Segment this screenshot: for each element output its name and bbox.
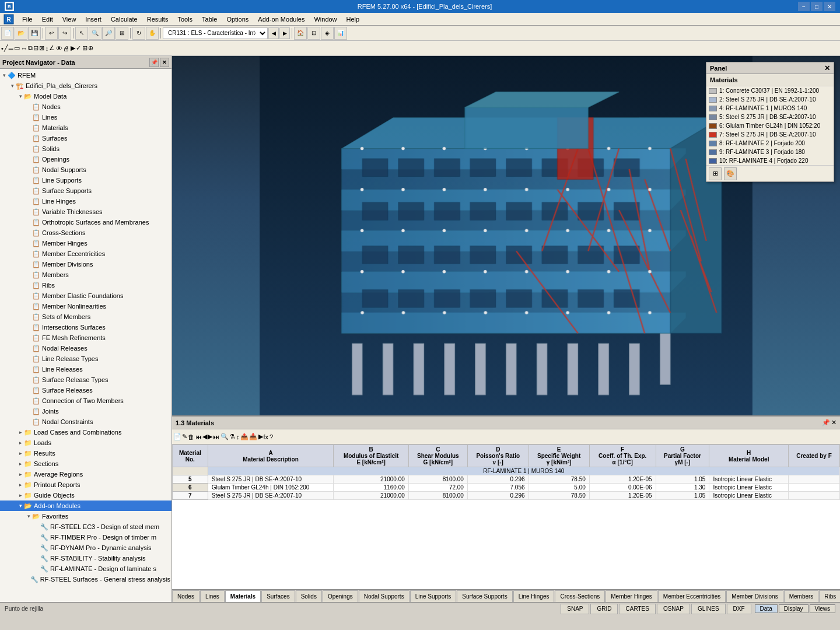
tree-expand-printout-reports[interactable]: ▸ <box>18 482 23 488</box>
tree-item-member-nonlinear[interactable]: 📋 Member Nonlinearities <box>0 301 172 312</box>
print-btn[interactable]: 🖨 <box>63 45 69 52</box>
material-row-5[interactable]: 5: Steel S 275 JR | DB SE-A:2007-10 <box>706 113 834 121</box>
tree-item-nodal-releases[interactable]: 📋 Nodal Releases <box>0 343 172 354</box>
tree-expand-favorites[interactable]: ▾ <box>26 513 32 519</box>
dxf-btn[interactable]: DXF <box>727 604 751 614</box>
view-wrapper[interactable]: Panel ✕ Materials 1: Concrete C30/37 | E… <box>172 56 840 415</box>
panel-close-btn[interactable]: ✕ <box>824 64 830 72</box>
snap-btn[interactable]: ⊕ <box>88 44 93 52</box>
menu-item-window[interactable]: Window <box>309 13 341 25</box>
tree-item-edifici[interactable]: ▾ 🏗️ Edifici_Pla_dels_Cirerers <box>0 80 172 91</box>
check-btn[interactable]: ✓ <box>76 44 81 52</box>
material-row-10[interactable]: 10: RF-LAMINATE 4 | Forjado 220 <box>706 156 834 165</box>
tree-item-load-cases[interactable]: ▸ 📁 Load Cases and Combinations <box>0 427 172 438</box>
tree-item-results[interactable]: ▸ 📁 Results <box>0 448 172 459</box>
tree-item-intersections[interactable]: 📋 Intersections Surfaces <box>0 322 172 332</box>
tree-item-rf-steel[interactable]: 🔧 RF-STEEL EC3 - Design of steel mem <box>0 522 172 532</box>
undo-btn[interactable]: ↩ <box>45 27 58 40</box>
tbl-help-btn[interactable]: ? <box>270 433 273 440</box>
tbl-filter-btn[interactable]: ⚗ <box>229 433 235 440</box>
tree-item-line-release-types[interactable]: 📋 Line Release Types <box>0 354 172 364</box>
wire-btn[interactable]: ⊡ <box>307 27 320 40</box>
material-row-7[interactable]: 7: Steel S 275 JR | DB SE-A:2007-10 <box>706 130 834 139</box>
tree-expand-results[interactable]: ▸ <box>18 450 23 456</box>
tree-item-cross-sections[interactable]: 📋 Cross-Sections <box>0 228 172 238</box>
menu-item-calculate[interactable]: Calculate <box>106 13 142 25</box>
tree-item-nodal-constraints[interactable]: 📋 Nodal Constraints <box>0 416 172 427</box>
osnap-btn[interactable]: OSNAP <box>657 604 690 614</box>
tree-item-member-elastic[interactable]: 📋 Member Elastic Foundations <box>0 290 172 301</box>
tree-item-model[interactable]: ▾ 📂 Model Data <box>0 91 172 102</box>
tbl-last-btn[interactable]: ⏭ <box>213 433 219 440</box>
table-row-1[interactable]: 5 Steel S 275 JR | DB SE-A:2007-10 21000… <box>173 475 840 484</box>
tree-item-sets-of-members[interactable]: 📋 Sets of Members <box>0 312 172 322</box>
tree-expand-edifici[interactable]: ▾ <box>9 83 15 89</box>
new-btn[interactable]: 📄 <box>1 27 14 40</box>
tree-item-lines[interactable]: 📋 Lines <box>0 112 172 123</box>
material-row-2[interactable]: 2: Steel S 275 JR | DB SE-A:2007-10 <box>706 95 834 104</box>
close-button[interactable]: ✕ <box>824 2 835 11</box>
nav-views-tab[interactable]: Views <box>810 604 836 613</box>
menu-item-view[interactable]: View <box>58 13 81 25</box>
tbl-new-row-btn[interactable]: 📄 <box>173 433 181 440</box>
prev-case-btn[interactable]: ◀ <box>268 27 279 39</box>
tree-item-nodal-supports[interactable]: 📋 Nodal Supports <box>0 164 172 175</box>
tree-item-rf-stability[interactable]: 🔧 RF-STABILITY - Stability analysis <box>0 553 172 564</box>
bottom-tab-openings[interactable]: Openings <box>323 590 358 602</box>
tree-item-rf-dynam[interactable]: 🔧 RF-DYNAM Pro - Dynamic analysis <box>0 542 172 553</box>
tree-item-fe-mesh[interactable]: 📋 FE Mesh Refinements <box>0 332 172 343</box>
bottom-tab-surfaces[interactable]: Surfaces <box>261 590 295 602</box>
menu-item-edit[interactable]: Edit <box>37 13 58 25</box>
tbl-export-btn[interactable]: 📤 <box>240 433 249 440</box>
bottom-tab-surface-supports[interactable]: Surface Supports <box>457 590 512 602</box>
tree-item-members[interactable]: 📋 Members <box>0 270 172 280</box>
redo-btn[interactable]: ↪ <box>58 27 71 40</box>
zoom-out-btn[interactable]: 🔎 <box>102 27 115 40</box>
table-scroll[interactable]: MaterialNo. AMaterial Description BModul… <box>172 444 840 589</box>
tbl-import-btn[interactable]: 📥 <box>249 433 257 440</box>
menu-item-results[interactable]: Results <box>142 13 173 25</box>
calc-btn[interactable]: ▶ <box>71 44 75 52</box>
tbl-formula-btn[interactable]: fx <box>264 433 269 440</box>
rotate-btn[interactable]: ↻ <box>132 27 145 40</box>
menu-item-help[interactable]: Help <box>342 13 365 25</box>
table-close-btn[interactable]: ✕ <box>831 419 836 426</box>
tree-expand-load-cases[interactable]: ▸ <box>18 429 23 435</box>
tree-item-variable-thicknesses[interactable]: 📋 Variable Thicknesses <box>0 206 172 217</box>
cartes-btn[interactable]: CARTES <box>619 604 655 614</box>
save-btn[interactable]: 💾 <box>28 27 41 40</box>
tree-item-connection-two-members[interactable]: 📋 Connection of Two Members <box>0 396 172 406</box>
tbl-delete-btn[interactable]: 🗑 <box>188 433 194 440</box>
render-btn[interactable]: 🏠 <box>294 27 307 40</box>
table-row-3[interactable]: 7 Steel S 275 JR | DB SE-A:2007-10 21000… <box>173 492 840 500</box>
bottom-tab-members[interactable]: Members <box>784 590 819 602</box>
tree-item-add-on-modules[interactable]: ▾ 📂 Add-on Modules <box>0 501 172 511</box>
display-btn[interactable]: 👁 <box>56 45 62 52</box>
tree-expand-sections[interactable]: ▸ <box>18 461 23 467</box>
tree-item-ribs[interactable]: 📋 Ribs <box>0 280 172 290</box>
nav-pin-btn[interactable]: 📌 <box>149 58 159 67</box>
bottom-tab-member-divisions[interactable]: Member Divisions <box>726 590 783 602</box>
view3d-btn[interactable]: ◈ <box>321 27 334 40</box>
panel-color-btn[interactable]: 🎨 <box>724 167 737 180</box>
dimension-btn[interactable]: ↕ <box>46 45 49 52</box>
table-row-2[interactable]: 6 Glulam Timber GL24h | DIN 1052:200 116… <box>173 484 840 492</box>
tree-item-surface-release-types[interactable]: 📋 Surface Release Types <box>0 374 172 385</box>
zoom-in-btn[interactable]: 🔍 <box>89 27 102 40</box>
bottom-tab-solids[interactable]: Solids <box>296 590 322 602</box>
tbl-sort-btn[interactable]: ↕ <box>236 433 240 440</box>
load-case-combo[interactable]: CR131 : ELS - Característica - Integrida <box>163 27 268 39</box>
menu-item-table[interactable]: Table <box>197 13 222 25</box>
grid-btn[interactable]: ⊞ <box>82 44 88 52</box>
tree-item-nodes[interactable]: 📋 Nodes <box>0 102 172 112</box>
open-btn[interactable]: 📂 <box>15 27 27 40</box>
tree-item-line-hinges[interactable]: 📋 Line Hinges <box>0 196 172 206</box>
tree-expand-add-on-modules[interactable]: ▾ <box>18 503 23 509</box>
menu-item-insert[interactable]: Insert <box>80 13 106 25</box>
tree-item-surface-supports[interactable]: 📋 Surface Supports <box>0 186 172 196</box>
tree-item-guide-objects[interactable]: ▸ 📁 Guide Objects <box>0 490 172 501</box>
nav-display-tab[interactable]: Display <box>779 604 808 613</box>
grid-btn[interactable]: GRID <box>590 604 618 614</box>
select-btn[interactable]: ↖ <box>75 27 88 40</box>
tree-item-member-divisions[interactable]: 📋 Member Divisions <box>0 259 172 270</box>
